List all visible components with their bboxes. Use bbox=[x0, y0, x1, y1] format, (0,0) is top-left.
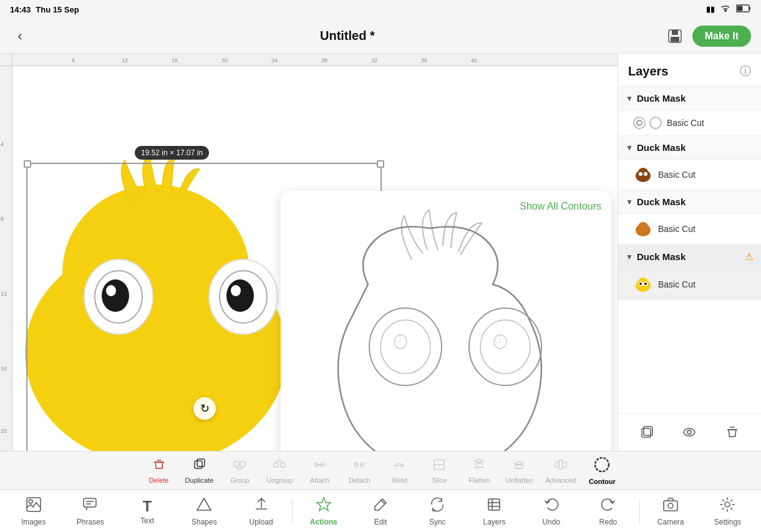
ruler-v-mark-8: 8 bbox=[1, 216, 4, 222]
save-button[interactable] bbox=[665, 26, 685, 46]
make-it-button[interactable]: Make It bbox=[692, 26, 751, 47]
tool-delete-label: Delete bbox=[149, 476, 169, 484]
layer-lock-icon-1 bbox=[649, 117, 662, 129]
status-bar: 14:43 Thu 15 Sep ▮▮ bbox=[0, 0, 761, 19]
svg-rect-45 bbox=[274, 463, 278, 467]
tool-ungroup: Ungroup bbox=[261, 455, 298, 486]
layer-item-label-2: Basic Cut bbox=[658, 170, 696, 180]
layer-thumb-4 bbox=[633, 276, 653, 293]
ruler-mark-32: 32 bbox=[371, 57, 377, 64]
nav-actions-label: Actions bbox=[310, 518, 337, 526]
ruler-mark-28: 28 bbox=[321, 57, 327, 64]
layer-group-header-1[interactable]: ▼ Duck Mask bbox=[618, 87, 761, 110]
canvas-workspace[interactable]: 19.52 in × 17.07 in bbox=[12, 66, 618, 451]
text-icon: T bbox=[143, 498, 152, 515]
svg-rect-2 bbox=[737, 6, 743, 11]
nav-upload[interactable]: Upload bbox=[233, 494, 289, 529]
nav-text[interactable]: T Text bbox=[119, 495, 175, 528]
delete-icon bbox=[152, 458, 166, 475]
warning-icon-4: ⚠ bbox=[745, 251, 754, 263]
back-button[interactable]: ‹ bbox=[10, 26, 30, 46]
advanced-icon bbox=[554, 458, 568, 475]
nav-undo-label: Undo bbox=[542, 518, 560, 526]
document-title: Untitled * bbox=[320, 29, 375, 43]
svg-rect-37 bbox=[644, 427, 652, 435]
nav-camera[interactable]: Camera bbox=[642, 494, 699, 529]
nav-images[interactable]: Images bbox=[5, 494, 62, 529]
battery-icon bbox=[736, 4, 751, 14]
signal-icon: ▮▮ bbox=[706, 5, 715, 14]
nav-redo-label: Redo bbox=[599, 518, 618, 526]
layer-item-3[interactable]: Basic Cut bbox=[618, 214, 761, 244]
layers-header: Layers ⓘ bbox=[618, 54, 761, 87]
tool-duplicate[interactable]: Duplicate bbox=[180, 455, 219, 486]
nav-shapes-label: Shapes bbox=[191, 518, 217, 526]
layers-panel: Layers ⓘ ▼ Duck Mask Basic Cut bbox=[618, 54, 761, 451]
layer-item-2[interactable]: Basic Cut bbox=[618, 160, 761, 190]
nav-shapes[interactable]: Shapes bbox=[176, 494, 233, 529]
layer-group-name-4: Duck Mask bbox=[637, 251, 745, 262]
tool-duplicate-label: Duplicate bbox=[185, 476, 214, 484]
layer-group-header-4[interactable]: ▼ Duck Mask ⚠ bbox=[618, 244, 761, 269]
tool-delete[interactable]: Delete bbox=[140, 455, 178, 486]
group-icon bbox=[233, 458, 246, 475]
info-icon[interactable]: ⓘ bbox=[740, 64, 751, 79]
chevron-icon-4: ▼ bbox=[626, 253, 633, 261]
tool-attach: Attach bbox=[301, 455, 338, 486]
chevron-icon-3: ▼ bbox=[626, 198, 633, 206]
status-left: 14:43 Thu 15 Sep bbox=[10, 5, 79, 14]
ruler-vertical: 4 8 12 16 20 bbox=[0, 54, 12, 451]
svg-point-21 bbox=[480, 320, 530, 374]
layer-item-1[interactable]: Basic Cut bbox=[618, 110, 761, 136]
layer-item-label-3: Basic Cut bbox=[658, 224, 696, 234]
svg-rect-1 bbox=[749, 7, 750, 10]
ruler-v-mark-12: 12 bbox=[1, 291, 7, 297]
layer-visibility-button[interactable] bbox=[678, 421, 700, 443]
nav-redo[interactable]: Redo bbox=[579, 494, 636, 529]
layer-item-label-4: Basic Cut bbox=[658, 279, 696, 289]
svg-point-34 bbox=[639, 283, 642, 285]
ruler-mark-36: 36 bbox=[421, 57, 427, 64]
tool-group-label: Group bbox=[230, 476, 250, 484]
handle-top-right[interactable] bbox=[377, 160, 384, 168]
svg-rect-43 bbox=[234, 462, 239, 467]
contour-panel[interactable]: Show All Contours bbox=[281, 191, 611, 451]
nav-layers[interactable]: Layers bbox=[466, 494, 523, 529]
layer-duplicate-button[interactable] bbox=[636, 421, 658, 443]
tool-group: Group bbox=[221, 455, 258, 486]
handle-top-left[interactable] bbox=[24, 160, 31, 168]
tool-weld: Weld bbox=[380, 455, 418, 486]
layer-group-header-2[interactable]: ▼ Duck Mask bbox=[618, 136, 761, 160]
tool-ungroup-label: Ungroup bbox=[266, 476, 293, 484]
nav-phrases[interactable]: Phrases bbox=[62, 494, 119, 529]
attach-icon bbox=[313, 458, 326, 475]
nav-edit[interactable]: Edit bbox=[352, 494, 409, 529]
header: ‹ Untitled * Make It bbox=[0, 19, 761, 54]
nav-images-label: Images bbox=[21, 518, 46, 526]
nav-actions[interactable]: Actions bbox=[295, 494, 352, 529]
svg-rect-4 bbox=[672, 30, 678, 35]
chevron-icon-2: ▼ bbox=[626, 143, 633, 152]
svg-rect-53 bbox=[555, 462, 559, 467]
nav-undo[interactable]: Undo bbox=[523, 494, 579, 529]
canvas-area[interactable]: 8 12 16 20 24 28 32 36 40 4 8 12 16 20 1… bbox=[0, 54, 618, 451]
svg-rect-57 bbox=[27, 498, 41, 511]
svg-rect-46 bbox=[281, 463, 285, 467]
layer-group-header-3[interactable]: ▼ Duck Mask bbox=[618, 190, 761, 214]
unflatten-icon bbox=[512, 458, 526, 475]
nav-settings[interactable]: Settings bbox=[699, 494, 756, 529]
svg-point-27 bbox=[644, 172, 647, 176]
layer-item-4[interactable]: Basic Cut bbox=[618, 269, 761, 300]
tool-flatten-label: Flatten bbox=[469, 476, 490, 484]
ruler-mark-12: 12 bbox=[122, 57, 128, 64]
tool-detach: Detach bbox=[341, 455, 378, 486]
camera-icon bbox=[662, 496, 679, 516]
ruler-horizontal: 8 12 16 20 24 28 32 36 40 bbox=[12, 54, 618, 66]
undo-icon bbox=[543, 496, 560, 516]
tool-contour[interactable]: Contour bbox=[583, 454, 621, 488]
tool-weld-label: Weld bbox=[392, 476, 407, 484]
refresh-button[interactable]: ↻ bbox=[193, 397, 216, 420]
layer-group-name-2: Duck Mask bbox=[637, 142, 754, 153]
layer-delete-button[interactable] bbox=[721, 421, 744, 443]
nav-sync[interactable]: Sync bbox=[409, 494, 466, 529]
